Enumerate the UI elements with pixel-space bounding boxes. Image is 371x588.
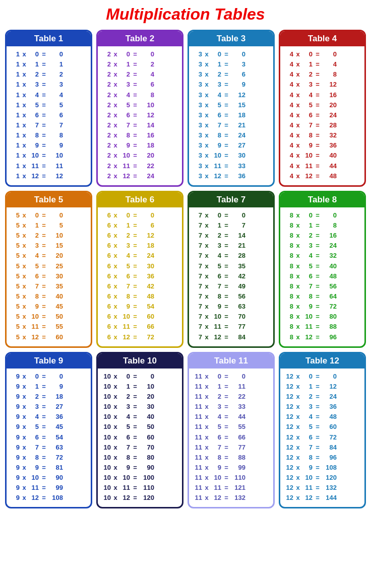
times-sign: x <box>295 251 301 261</box>
result: 36 <box>323 402 337 412</box>
times-sign: x <box>21 302 27 312</box>
equals-sign: = <box>132 49 139 59</box>
result: 12 <box>49 171 63 181</box>
times-sign: x <box>295 90 301 100</box>
times-sign: x <box>21 231 27 241</box>
result: 48 <box>323 171 337 181</box>
table-row: 8 x 3 = 24 <box>284 241 360 251</box>
times-sign: x <box>112 322 118 332</box>
equals-sign: = <box>40 251 47 261</box>
multiplicand: 2 <box>102 69 111 80</box>
multiplier: 6 <box>120 110 130 120</box>
result: 48 <box>323 412 337 422</box>
equals-sign: = <box>132 161 139 171</box>
times-sign: x <box>295 463 301 473</box>
table-row: 1 x 9 = 9 <box>11 140 87 151</box>
equals-sign: = <box>40 392 47 402</box>
multiplicand: 11 <box>193 443 202 453</box>
result: 77 <box>231 443 245 453</box>
multiplicand: 11 <box>193 473 202 483</box>
equals-sign: = <box>223 463 230 473</box>
result: 0 <box>231 372 245 382</box>
multiplier: 8 <box>120 130 130 140</box>
multiplier: 0 <box>302 210 313 220</box>
multiplier: 0 <box>120 49 130 59</box>
equals-sign: = <box>40 402 47 412</box>
result: 28 <box>323 120 337 130</box>
table-row: 5 x 9 = 45 <box>11 302 87 312</box>
table-row: 1 x 2 = 2 <box>11 69 87 80</box>
times-sign: x <box>21 453 27 463</box>
times-sign: x <box>204 483 210 493</box>
multiplier: 4 <box>29 412 39 422</box>
multiplicand: 2 <box>102 100 111 110</box>
result: 30 <box>140 402 154 412</box>
multiplicand: 2 <box>102 161 111 171</box>
equals-sign: = <box>132 151 139 161</box>
multiplicand: 3 <box>193 110 202 120</box>
result: 36 <box>323 140 337 151</box>
table-row: 5 x 1 = 5 <box>11 220 87 231</box>
times-sign: x <box>112 483 118 493</box>
result: 7 <box>49 120 63 130</box>
multiplicand: 12 <box>284 392 293 402</box>
multiplier: 2 <box>29 392 39 402</box>
multiplier: 0 <box>211 372 221 382</box>
multiplier: 11 <box>120 161 130 171</box>
multiplier: 12 <box>120 493 130 503</box>
multiplicand: 7 <box>193 210 202 220</box>
table-row: 4 x 10 = 40 <box>284 151 360 161</box>
equals-sign: = <box>223 412 230 422</box>
times-sign: x <box>112 402 118 412</box>
multiplier: 12 <box>211 332 221 342</box>
times-sign: x <box>112 271 118 281</box>
multiplicand: 5 <box>11 241 20 251</box>
multiplier: 6 <box>211 271 221 281</box>
table-row: 12 x 12 = 144 <box>284 493 360 503</box>
times-sign: x <box>204 322 210 332</box>
multiplier: 1 <box>29 59 39 69</box>
table-row: 10 x 7 = 70 <box>102 443 178 453</box>
result: 66 <box>231 432 245 443</box>
multiplier: 4 <box>211 412 221 422</box>
result: 6 <box>49 110 63 120</box>
equals-sign: = <box>223 322 230 332</box>
table-row: 12 x 11 = 132 <box>284 483 360 493</box>
result: 18 <box>140 140 154 151</box>
result: 48 <box>323 271 337 281</box>
multiplicand: 2 <box>102 140 111 151</box>
table-row: 9 x 0 = 0 <box>11 372 87 382</box>
multiplicand: 10 <box>102 453 111 463</box>
multiplicand: 9 <box>11 402 20 412</box>
table-row: 9 x 2 = 18 <box>11 392 87 402</box>
result: 108 <box>323 463 337 473</box>
table-row: 7 x 8 = 56 <box>193 291 269 302</box>
equals-sign: = <box>223 493 230 503</box>
multiplier: 2 <box>302 69 313 80</box>
times-sign: x <box>295 281 301 291</box>
multiplier: 2 <box>211 69 221 80</box>
multiplier: 11 <box>302 322 313 332</box>
table-row: 5 x 12 = 60 <box>11 332 87 342</box>
equals-sign: = <box>314 291 321 302</box>
multiplicand: 12 <box>284 483 293 493</box>
multiplier: 8 <box>302 291 313 302</box>
result: 80 <box>323 312 337 322</box>
table-card-7: Table 7 7 x 0 = 0 7 x 1 = 7 7 x 2 = 14 7… <box>188 191 275 348</box>
equals-sign: = <box>314 372 321 382</box>
multiplicand: 12 <box>284 422 293 432</box>
multiplicand: 11 <box>193 483 202 493</box>
table-row: 9 x 4 = 36 <box>11 412 87 422</box>
table-row: 7 x 7 = 49 <box>193 281 269 291</box>
multiplier: 5 <box>120 261 130 271</box>
multiplicand: 8 <box>284 302 293 312</box>
multiplier: 9 <box>211 463 221 473</box>
multiplicand: 4 <box>284 110 293 120</box>
multiplier: 3 <box>120 241 130 251</box>
multiplier: 7 <box>302 281 313 291</box>
table-row: 5 x 11 = 55 <box>11 322 87 332</box>
table-body-7: 7 x 0 = 0 7 x 1 = 7 7 x 2 = 14 7 x 3 = 2… <box>189 210 273 342</box>
times-sign: x <box>295 80 301 90</box>
times-sign: x <box>295 140 301 151</box>
result: 72 <box>49 453 63 463</box>
